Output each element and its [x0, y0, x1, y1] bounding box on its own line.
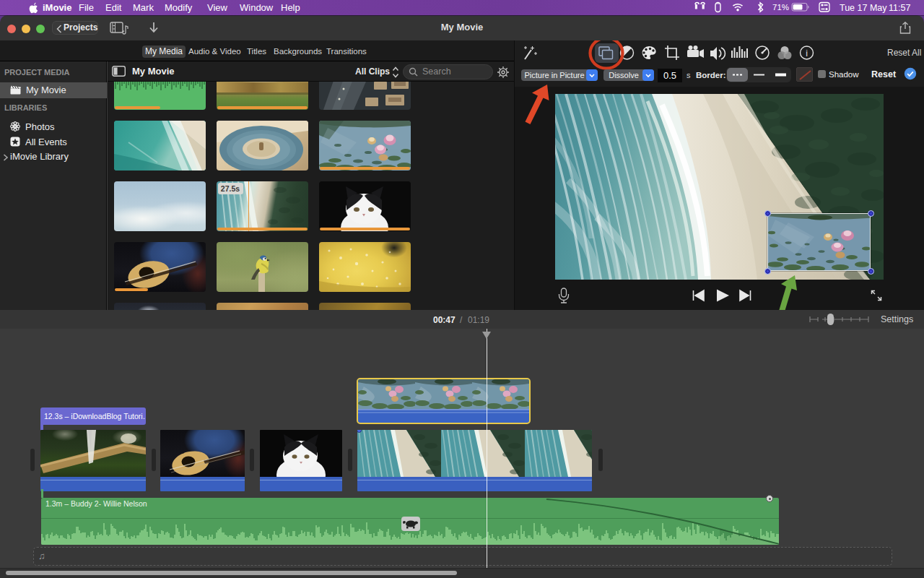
- svg-text:i: i: [806, 48, 808, 59]
